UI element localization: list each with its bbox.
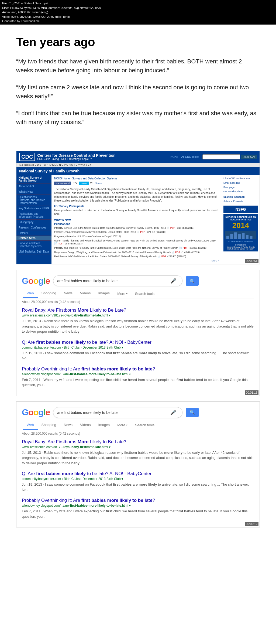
svg-rect-1 — [230, 234, 233, 239]
cdc-more-link[interactable]: More » — [54, 259, 219, 262]
search-result-snippet-2-1: Jul 15, 2013 · Rabin said there is no kn… — [22, 450, 254, 466]
sidebar-item-key-stats[interactable]: Key Statistics from NSFG — [16, 206, 51, 211]
sidebar-item-whats-new[interactable]: What's New — [16, 189, 51, 195]
google-search-input-2[interactable] — [57, 410, 170, 415]
cdc-search-button[interactable]: SEARCH — [241, 155, 257, 159]
cdc-email-link[interactable]: Email page link — [223, 181, 258, 185]
cdc-recommend-count: 372 — [73, 182, 77, 185]
cdc-tweet-button[interactable]: Tweet — [79, 182, 89, 185]
google-search-button-2[interactable]: 🔍 — [186, 408, 199, 417]
sidebar-item-about[interactable]: About NSFG — [16, 184, 51, 189]
cdc-sidebar-title: National Survey of Family Growth — [16, 175, 51, 184]
google-results-count-1: About 28,200,000 results (0.42 seconds) — [22, 300, 254, 304]
sidebar-item-publications[interactable]: Publications and Information Products — [16, 211, 51, 220]
search-result-url-2-2: community.babycenter.com › Birth Clubs ›… — [22, 477, 254, 481]
google-tab-search-tools-2[interactable]: Search tools — [131, 421, 158, 430]
sidebar-item-bibliography[interactable]: Bibliography — [16, 220, 51, 225]
sidebar-item-conferences[interactable]: Research Conferences — [16, 225, 51, 230]
google-search-box-1[interactable]: 🎤 — [53, 275, 182, 286]
search-result-snippet-1-1: Jul 15, 2013 · Rabin said there is no kn… — [22, 318, 254, 334]
cdc-pub-item-6: Responsive Design, Weighting, and Varian… — [54, 251, 219, 254]
google-tab-more-2[interactable]: More ▾ — [113, 421, 131, 430]
cdc-page-title: National Survey of Family Growth — [16, 167, 260, 175]
google-tab-web-1[interactable]: Web — [23, 289, 38, 298]
quote1: “My two friends that have given birth re… — [16, 57, 260, 75]
google-mic-icon-2: 🎤 — [170, 410, 176, 415]
google-search-2: Google 🎤 🔍 Web Shopping News Videos Imag… — [16, 401, 260, 528]
cdc-nchs-link[interactable]: NCHS — [170, 155, 178, 158]
search-result-title-1-2[interactable]: Q: Are first babies more likely to be la… — [22, 340, 254, 345]
search-result-title-2-1[interactable]: Royal Baby: Are Firstborns More Likely t… — [22, 439, 254, 445]
google-inner-2: Google 🎤 🔍 Web Shopping News Videos Imag… — [16, 402, 260, 527]
google-tab-news-2[interactable]: News — [60, 421, 76, 430]
search-result-2-2: Q: Are first babies more likely to be la… — [22, 471, 254, 492]
google-search-box-2[interactable]: 🎤 — [53, 407, 182, 418]
google-search-input-1[interactable] — [57, 279, 170, 283]
cdc-body: National Survey of Family Growth About N… — [16, 175, 260, 264]
cdc-header-text: Centers for Disease Control and Preventi… — [37, 153, 115, 161]
timestamp-google2: 00:02:12 — [245, 522, 258, 526]
google-tab-videos-1[interactable]: Videos — [76, 289, 95, 298]
google-inner-1: Google 🎤 🔍 Web Shopping News Videos Imag… — [16, 270, 260, 396]
google-tab-more-1[interactable]: More ▾ — [113, 289, 131, 298]
conf-contact: Contact Us: — [225, 244, 256, 246]
conf-website-link[interactable]: CONFERENCE WEBSITE — [225, 240, 256, 243]
google-logo-1: Google — [22, 276, 50, 286]
cdc-site: CDC Centers for Disease Control and Prev… — [16, 151, 260, 264]
cdc-print-link[interactable]: Print page — [223, 185, 258, 189]
cdc-nsfg-logo: NSFG — [223, 206, 258, 213]
google-tab-web-2[interactable]: Web — [23, 421, 38, 430]
cdc-email-updates[interactable]: Get email updates — [223, 189, 258, 194]
search-result-snippet-1-2: Jun 19, 2013 · I saw someone comment on … — [22, 350, 254, 361]
cdc-pub-item-3: Pregnancy Rates for U.S. Women Continue … — [54, 235, 219, 238]
search-result-url-1-2: community.babycenter.com › Birth Clubs ›… — [22, 346, 254, 349]
search-result-url-1-1: www.livescience.com/38179-royal-baby-fir… — [22, 314, 254, 317]
google-tab-shopping-1[interactable]: Shopping — [38, 289, 60, 298]
cdc-az-nav: A-Z Index A B C D E F G H I J K L M N O … — [16, 163, 260, 167]
svg-rect-5 — [246, 235, 249, 239]
cdc-search-input[interactable] — [202, 154, 240, 159]
google-logo-2: Google — [22, 407, 50, 417]
sidebar-related-section: Related Sites — [16, 236, 51, 241]
video-info-line5: Generated by Thumbnail me — [2, 19, 274, 23]
cdc-pub-item-2: Fathers' Living Arrangements with Their … — [54, 231, 219, 234]
sidebar-item-questionnaires[interactable]: Questionnaires, Datasets, and Related Do… — [16, 195, 51, 206]
search-result-title-1-3[interactable]: Probably Overthinking It: Are first babi… — [22, 366, 254, 372]
google-logo-search-2: Google 🎤 🔍 — [22, 407, 254, 418]
search-result-title-2-2[interactable]: Q: Are first babies more likely to be la… — [22, 471, 254, 476]
google-search-button-1[interactable]: 🔍 — [186, 276, 199, 286]
search-result-title-2-3[interactable]: Probably Overthinking It: Are first babi… — [22, 498, 254, 503]
google-tab-shopping-2[interactable]: Shopping — [38, 421, 60, 430]
cdc-share-bar: Recommend 372 Tweet 23 Share — [54, 182, 219, 185]
cdc-name: Centers for Disease Control and Preventi… — [37, 153, 115, 158]
search-result-url-2-1: www.livescience.com/38179-royal-baby-fir… — [22, 445, 254, 449]
google-search-1: Google 🎤 🔍 Web Shopping News Videos Imag… — [16, 270, 260, 396]
sidebar-item-surveys[interactable]: Surveys and Data Collection Systems — [16, 241, 51, 249]
google-tab-images-2[interactable]: Images — [94, 421, 113, 430]
cdc-publications-title: Publications — [54, 223, 219, 226]
google-tab-news-1[interactable]: News — [60, 289, 76, 298]
google-tab-images-1[interactable]: Images — [94, 289, 113, 298]
google-tab-videos-2[interactable]: Videos — [76, 421, 95, 430]
svg-rect-0 — [226, 236, 229, 239]
svg-rect-4 — [242, 233, 245, 239]
search-result-title-1-1[interactable]: Royal Baby: Are Firstborns More Likely t… — [22, 308, 254, 313]
conf-year: 2014 — [225, 221, 256, 230]
timestamp1: 00:00:51 — [245, 259, 258, 263]
video-info-line1: File: 01_02-The State of Data.mp4 — [2, 1, 274, 6]
cdc-pub-item-7: First Premarital Cohabitation in the Uni… — [54, 255, 219, 258]
video-info-line4: Video: h264, yuv420p, 1280x720, 29.97 fp… — [2, 15, 274, 19]
cdc-logo-text: CDC — [21, 154, 33, 160]
cdc-recommend-button[interactable]: Recommend — [54, 182, 71, 185]
cdc-spanish-link[interactable]: Spanish (Español) — [223, 195, 258, 199]
timestamp-google1: 00:01:16 — [245, 390, 258, 395]
sidebar-item-vital-stats[interactable]: Vital Statistics: Birth Data — [16, 249, 51, 254]
google-tab-search-tools-1[interactable]: Search tools — [131, 289, 158, 298]
quote3: “I don't think that can be true because … — [16, 109, 260, 127]
cdc-share-link[interactable]: Share — [95, 182, 102, 185]
sidebar-item-listserv[interactable]: Listserv — [16, 230, 51, 236]
video-info-line3: Audio: aac, 48000 Hz, stereo (eng) — [2, 10, 274, 15]
cdc-sobre-link[interactable]: Sobre la Encuesta — [223, 199, 258, 203]
cdc-fb-like[interactable]: Like NCHS on Facebook — [223, 177, 258, 180]
cdc-allcdc-link[interactable]: All CDC Topics — [181, 155, 199, 158]
